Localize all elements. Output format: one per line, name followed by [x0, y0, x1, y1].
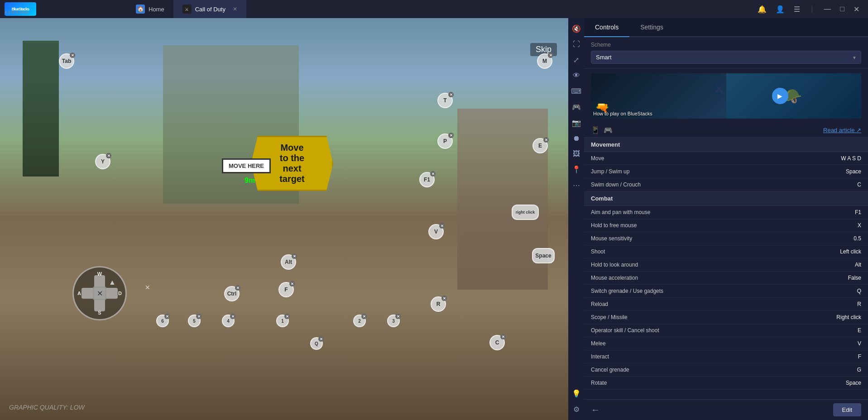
menu-icon[interactable]: ☰	[792, 3, 802, 15]
panel-content: Scheme Smart 🔫 ⚔ 🪖 ▶	[584, 37, 868, 399]
maximize-button[interactable]: □	[838, 3, 846, 15]
edit-button[interactable]: Edit	[833, 403, 861, 416]
key-2-close[interactable]: ✕	[361, 314, 367, 319]
account-icon[interactable]: 👤	[774, 3, 786, 15]
tab-controls[interactable]: Controls	[584, 18, 629, 37]
key-m-close[interactable]: ✕	[548, 52, 553, 58]
key-space[interactable]: Space	[532, 248, 555, 263]
game-tab[interactable]: ⚔ Call of Duty ✕	[173, 0, 246, 18]
dpad[interactable]: ✕ W S A D	[72, 266, 127, 320]
screenshot-icon[interactable]: 📷	[570, 117, 583, 129]
key-m[interactable]: M ✕	[537, 53, 552, 69]
key-c[interactable]: C ✕	[489, 335, 505, 350]
key-c-close[interactable]: ✕	[500, 334, 506, 339]
key-4-close[interactable]: ✕	[230, 314, 235, 319]
control-row-mouse-accel: Mouse acceleration False	[584, 272, 868, 285]
key-q-close[interactable]: ✕	[318, 336, 324, 342]
close-button[interactable]: ✕	[852, 3, 861, 15]
control-key-mouse-accel: False	[848, 275, 861, 281]
article-row: 📱 🎮 Read article ↗	[584, 123, 868, 138]
key-1-close[interactable]: ✕	[284, 314, 290, 319]
control-row-free-mouse: Hold to free mouse X	[584, 219, 868, 232]
key-5[interactable]: 5 ✕	[188, 315, 201, 327]
keyboard-icon[interactable]: ⌨	[569, 85, 583, 97]
key-f1-close[interactable]: ✕	[430, 171, 436, 177]
key-v-close[interactable]: ✕	[439, 223, 445, 229]
key-q[interactable]: Q ✕	[310, 337, 323, 350]
control-key-scope: Right click	[836, 314, 861, 320]
key-t[interactable]: T ✕	[437, 93, 453, 108]
minimize-button[interactable]: —	[822, 3, 833, 15]
location-icon[interactable]: 📍	[570, 163, 583, 176]
key-1[interactable]: 1 ✕	[276, 315, 289, 327]
dpad-d: D	[118, 291, 122, 296]
home-tab-label: Home	[149, 6, 164, 13]
more-icon[interactable]: ⋯	[571, 179, 582, 191]
key-tab[interactable]: Tab ✕	[59, 53, 74, 69]
key-tab-close[interactable]: ✕	[70, 52, 75, 58]
read-article-link[interactable]: Read article ↗	[823, 127, 861, 134]
key-ctrl[interactable]: Ctrl ✕	[224, 286, 240, 301]
control-row-crouch: Swim down / Crouch C	[584, 178, 868, 191]
bulb-icon[interactable]: 💡	[570, 387, 583, 400]
control-key-grenade: Q	[857, 288, 861, 294]
control-name-sensitivity: Mouse sensitivity	[591, 235, 854, 242]
tab-settings[interactable]: Settings	[629, 18, 674, 37]
back-button[interactable]: ←	[591, 405, 600, 415]
graphic-quality-text: GRAPHIC QUALITY: LOW	[9, 404, 85, 411]
control-row-jump: Jump / Swim up Space	[584, 165, 868, 178]
key-t-close[interactable]: ✕	[448, 92, 454, 97]
key-3-close[interactable]: ✕	[395, 314, 401, 319]
key-alt-close[interactable]: ✕	[292, 253, 297, 259]
key-4[interactable]: 4 ✕	[222, 315, 235, 327]
key-f[interactable]: F ✕	[278, 282, 294, 297]
key-p[interactable]: P ✕	[437, 134, 453, 149]
mouse-mode-icon[interactable]: 👁	[571, 70, 582, 81]
key-alt[interactable]: Alt ✕	[281, 254, 296, 270]
control-key-melee: V	[858, 340, 861, 347]
control-row-shoot: Shoot Left click	[584, 245, 868, 258]
key-e-top[interactable]: E ✕	[532, 138, 548, 153]
settings-gear-icon[interactable]: ⚙	[571, 403, 581, 415]
key-6-close[interactable]: ✕	[164, 314, 170, 319]
key-right-click[interactable]: right click	[512, 205, 539, 220]
game-area[interactable]: Skip Move to the next target MOVE HERE 9…	[0, 18, 584, 420]
key-6[interactable]: 6 ✕	[156, 315, 169, 327]
controller-icon[interactable]: 🎮	[604, 126, 613, 134]
key-r[interactable]: R ✕	[431, 296, 446, 312]
control-name-scope: Scope / Missile	[591, 314, 836, 320]
home-tab[interactable]: 🏠 Home	[127, 0, 173, 18]
cod-tab-close[interactable]: ✕	[233, 6, 237, 12]
key-y[interactable]: Y ✕	[95, 154, 110, 169]
control-name-look-around: Hold to look around	[591, 262, 855, 268]
aspect-ratio-icon[interactable]: ⤢	[571, 54, 581, 66]
key-y-close[interactable]: ✕	[106, 153, 111, 158]
scheme-select[interactable]: Smart	[591, 51, 861, 64]
notification-icon[interactable]: 🔔	[756, 3, 768, 15]
key-5-close[interactable]: ✕	[196, 314, 201, 319]
key-v[interactable]: V ✕	[428, 224, 444, 239]
key-r-close[interactable]: ✕	[441, 296, 447, 301]
control-row-look-around: Hold to look around Alt	[584, 258, 868, 272]
phone-icon[interactable]: 📱	[591, 126, 600, 134]
key-f1[interactable]: F1 ✕	[419, 172, 435, 187]
key-3[interactable]: 3 ✕	[387, 315, 400, 327]
control-name-grenade: Switch grenade / Use gadgets	[591, 288, 857, 294]
gamepad-icon[interactable]: 🎮	[570, 101, 583, 113]
sound-icon[interactable]: 🔇	[570, 23, 583, 35]
gallery-icon[interactable]: 🖼	[571, 148, 582, 160]
key-2[interactable]: 2 ✕	[353, 315, 366, 327]
record-icon[interactable]: ⏺	[571, 133, 582, 144]
control-name-aim: Aim and pan with mouse	[591, 209, 855, 215]
move-here-sign: MOVE HERE	[222, 158, 271, 173]
fullscreen-icon[interactable]: ⛶	[571, 38, 582, 50]
key-ctrl-close[interactable]: ✕	[235, 285, 240, 291]
key-f-close[interactable]: ✕	[289, 281, 295, 286]
logo-area: BlueStacks 4.170.0.1039	[0, 2, 127, 16]
key-e-close[interactable]: ✕	[543, 137, 549, 143]
control-row-interact: Interact F	[584, 350, 868, 363]
video-play-button[interactable]: ▶	[772, 88, 788, 104]
key-p-close[interactable]: ✕	[448, 133, 454, 138]
control-name-reload: Reload	[591, 301, 857, 307]
video-thumbnail[interactable]: 🔫 ⚔ 🪖 ▶ How to play on BlueStacks	[591, 73, 861, 119]
